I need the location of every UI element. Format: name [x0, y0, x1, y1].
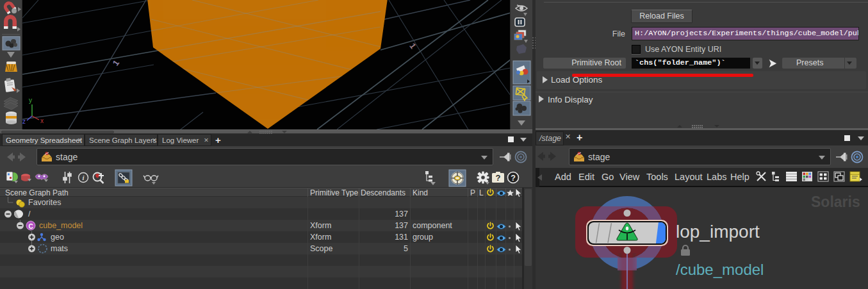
- svg-text:z: z: [22, 118, 26, 125]
- svg-text:y: y: [29, 97, 32, 104]
- svg-text:?: ?: [511, 174, 516, 183]
- svg-text:C: C: [28, 223, 33, 230]
- svg-text:x: x: [40, 117, 44, 124]
- svg-text:i: i: [82, 174, 85, 181]
- svg-text:?: ?: [496, 173, 501, 183]
